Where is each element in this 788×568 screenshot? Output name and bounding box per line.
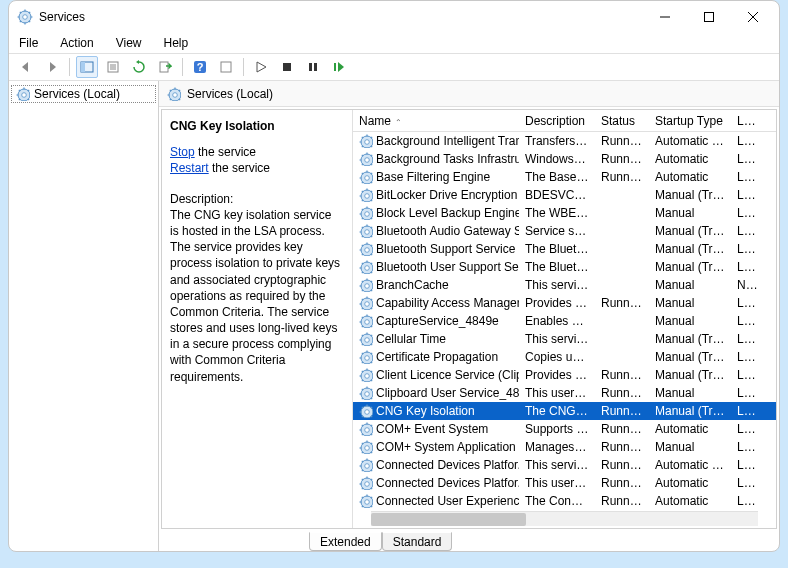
service-description: The CNG ke...	[519, 404, 595, 418]
service-row[interactable]: Clipboard User Service_4849eThis user se…	[353, 384, 776, 402]
show-hide-tree-button[interactable]	[76, 56, 98, 78]
service-row[interactable]: Background Tasks Infrastruc...Windows in…	[353, 150, 776, 168]
service-name: BranchCache	[376, 278, 449, 292]
service-name: Certificate Propagation	[376, 350, 498, 364]
service-name: BitLocker Drive Encryption ...	[376, 188, 519, 202]
service-description: Manages th...	[519, 440, 595, 454]
service-status: Running	[595, 296, 649, 310]
service-startup-type: Manual	[649, 206, 731, 220]
service-row[interactable]: CaptureService_4849eEnables opti...Manua…	[353, 312, 776, 330]
service-status: Running	[595, 134, 649, 148]
tree-root-item[interactable]: Services (Local)	[11, 85, 156, 103]
service-startup-type: Manual	[649, 386, 731, 400]
tab-standard[interactable]: Standard	[382, 532, 453, 551]
service-status: Running	[595, 422, 649, 436]
gear-icon	[359, 314, 373, 328]
service-name: Client Licence Service (Clip...	[376, 368, 519, 382]
menu-help[interactable]: Help	[160, 35, 193, 51]
start-service-button[interactable]	[250, 56, 272, 78]
gear-icon	[359, 368, 373, 382]
service-startup-type: Manual (Trig...	[649, 368, 731, 382]
services-window: Services File Action View Help ?	[8, 0, 780, 552]
col-startup-type[interactable]: Startup Type	[649, 114, 731, 128]
back-button[interactable]	[15, 56, 37, 78]
menu-view[interactable]: View	[112, 35, 146, 51]
menu-action[interactable]: Action	[56, 35, 97, 51]
horizontal-scrollbar[interactable]	[371, 511, 758, 526]
restart-service-link[interactable]: Restart	[170, 161, 209, 175]
service-description: The Bluetoo...	[519, 242, 595, 256]
restart-service-button[interactable]	[328, 56, 350, 78]
service-row[interactable]: Cellular TimeThis service ...Manual (Tri…	[353, 330, 776, 348]
close-button[interactable]	[731, 2, 775, 32]
minimize-button[interactable]	[643, 2, 687, 32]
gear-icon	[359, 170, 373, 184]
maximize-button[interactable]	[687, 2, 731, 32]
service-row[interactable]: Base Filtering EngineThe Base Fil...Runn…	[353, 168, 776, 186]
stop-service-link[interactable]: Stop	[170, 145, 195, 159]
service-log-on-as: Loc	[731, 188, 761, 202]
service-log-on-as: Loc	[731, 440, 761, 454]
service-name: Connected Devices Platfor...	[376, 476, 519, 490]
tab-extended[interactable]: Extended	[309, 532, 382, 551]
export-button[interactable]	[154, 56, 176, 78]
service-startup-type: Manual (Trig...	[649, 242, 731, 256]
service-status: Running	[595, 494, 649, 508]
gear-icon	[359, 296, 373, 310]
service-row[interactable]: COM+ System ApplicationManages th...Runn…	[353, 438, 776, 456]
service-row[interactable]: Background Intelligent Tran...Transfers …	[353, 132, 776, 150]
service-row[interactable]: BranchCacheThis service ...ManualNet	[353, 276, 776, 294]
service-description: Windows in...	[519, 152, 595, 166]
service-description: Transfers fil...	[519, 134, 595, 148]
col-description[interactable]: Description	[519, 114, 595, 128]
service-startup-type: Manual	[649, 314, 731, 328]
stop-service-button[interactable]	[276, 56, 298, 78]
service-startup-type: Manual (Trig...	[649, 404, 731, 418]
view-tabs: Extended Standard	[159, 529, 779, 551]
list-header: Name⌃ Description Status Startup Type Lo…	[353, 110, 776, 132]
content-header: Services (Local)	[159, 81, 779, 107]
service-row[interactable]: BitLocker Drive Encryption ...BDESVC hos…	[353, 186, 776, 204]
service-row[interactable]: Bluetooth Audio Gateway S...Service sup.…	[353, 222, 776, 240]
service-startup-type: Automatic (...	[649, 134, 731, 148]
service-row[interactable]: Connected Devices Platfor...This user se…	[353, 474, 776, 492]
refresh-button[interactable]	[128, 56, 150, 78]
pause-service-button[interactable]	[302, 56, 324, 78]
help-topics-button[interactable]	[215, 56, 237, 78]
service-row[interactable]: CNG Key IsolationThe CNG ke...RunningMan…	[353, 402, 776, 420]
service-row[interactable]: Certificate PropagationCopies user ...Ma…	[353, 348, 776, 366]
scrollbar-thumb[interactable]	[371, 513, 526, 526]
gear-icon	[359, 242, 373, 256]
service-startup-type: Automatic	[649, 170, 731, 184]
service-startup-type: Manual (Trig...	[649, 188, 731, 202]
col-status[interactable]: Status	[595, 114, 649, 128]
col-name[interactable]: Name⌃	[353, 114, 519, 128]
service-name: Background Intelligent Tran...	[376, 134, 519, 148]
forward-button[interactable]	[41, 56, 63, 78]
col-log-on-as[interactable]: Log	[731, 114, 761, 128]
toolbar: ?	[9, 53, 779, 81]
service-row[interactable]: Connected Devices Platfor...This service…	[353, 456, 776, 474]
service-startup-type: Manual (Trig...	[649, 224, 731, 238]
service-row[interactable]: Bluetooth User Support Ser...The Bluetoo…	[353, 258, 776, 276]
service-row[interactable]: Bluetooth Support ServiceThe Bluetoo...M…	[353, 240, 776, 258]
service-log-on-as: Loc	[731, 350, 761, 364]
service-row[interactable]: Capability Access Manager ...Provides fa…	[353, 294, 776, 312]
service-row[interactable]: Client Licence Service (Clip...Provides …	[353, 366, 776, 384]
service-description: Copies user ...	[519, 350, 595, 364]
service-description: The Connec...	[519, 494, 595, 508]
gear-icon	[17, 9, 33, 25]
service-name: Capability Access Manager ...	[376, 296, 519, 310]
service-name: Clipboard User Service_4849e	[376, 386, 519, 400]
service-description: This service ...	[519, 458, 595, 472]
menu-file[interactable]: File	[15, 35, 42, 51]
service-log-on-as: Loc	[731, 314, 761, 328]
service-row[interactable]: Connected User Experience...The Connec..…	[353, 492, 776, 510]
gear-icon	[359, 188, 373, 202]
properties-button[interactable]	[102, 56, 124, 78]
service-status: Running	[595, 458, 649, 472]
service-row[interactable]: Block Level Backup Engine ...The WBENG..…	[353, 204, 776, 222]
service-row[interactable]: COM+ Event SystemSupports Sy...RunningAu…	[353, 420, 776, 438]
service-description: This user ser...	[519, 476, 595, 490]
help-button[interactable]: ?	[189, 56, 211, 78]
